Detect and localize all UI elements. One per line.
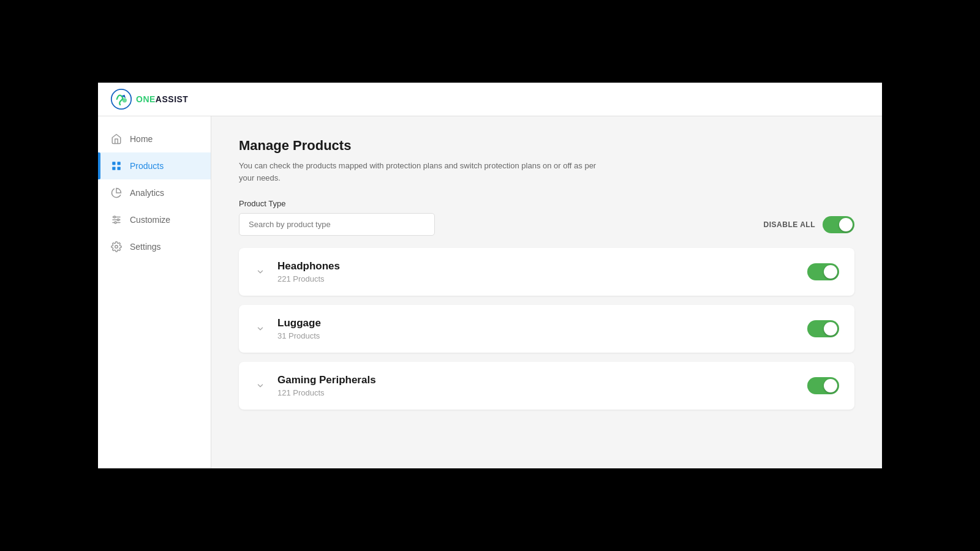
sidebar-item-label-customize: Customize: [130, 215, 170, 225]
product-toggle[interactable]: [807, 320, 839, 337]
sliders-icon: [110, 214, 123, 226]
sidebar-item-label-products: Products: [130, 161, 164, 171]
product-info: Headphones 221 Products: [277, 260, 340, 283]
sidebar-item-label-home: Home: [130, 134, 153, 144]
product-name: Luggage: [277, 317, 321, 329]
sidebar-item-analytics[interactable]: Analytics: [98, 179, 211, 206]
svg-point-1: [123, 98, 127, 102]
svg-point-9: [114, 216, 116, 218]
top-bar: ONEASSIST: [98, 83, 882, 116]
product-card-left: Gaming Peripherals 121 Products: [254, 374, 376, 397]
product-info: Luggage 31 Products: [277, 317, 321, 340]
chevron-down-icon[interactable]: [254, 268, 266, 276]
product-card: Luggage 31 Products: [239, 305, 854, 353]
product-count: 221 Products: [277, 274, 340, 283]
sidebar-item-customize[interactable]: Customize: [98, 206, 211, 233]
svg-point-12: [115, 246, 118, 249]
svg-rect-5: [118, 167, 121, 170]
main-content: Manage Products You can check the produc…: [211, 116, 882, 468]
sidebar-item-home[interactable]: Home: [98, 126, 211, 152]
disable-all-toggle[interactable]: [823, 216, 854, 233]
product-name: Gaming Peripherals: [277, 374, 376, 386]
product-toggle[interactable]: [807, 263, 839, 280]
filter-label: Product Type: [239, 199, 435, 208]
product-list: Headphones 221 Products Luggage 31 Produ…: [239, 248, 854, 410]
svg-point-10: [118, 219, 119, 221]
logo: ONEASSIST: [110, 88, 188, 110]
page-title: Manage Products: [239, 138, 854, 154]
svg-rect-3: [118, 162, 121, 165]
product-count: 31 Products: [277, 331, 321, 340]
pie-icon: [110, 187, 123, 199]
sidebar: Home Products: [98, 116, 211, 468]
page-description: You can check the products mapped with p…: [239, 160, 606, 184]
sidebar-item-label-analytics: Analytics: [130, 188, 164, 198]
product-card-left: Headphones 221 Products: [254, 260, 340, 283]
sidebar-item-settings[interactable]: Settings: [98, 233, 211, 260]
product-card: Headphones 221 Products: [239, 248, 854, 296]
product-card: Gaming Peripherals 121 Products: [239, 362, 854, 410]
grid-icon: [110, 160, 123, 172]
product-count: 121 Products: [277, 388, 376, 397]
filter-row: Product Type DISABLE ALL: [239, 199, 854, 236]
filter-col: Product Type: [239, 199, 435, 236]
home-icon: [110, 133, 123, 145]
disable-all-row: DISABLE ALL: [764, 201, 854, 233]
svg-point-11: [115, 222, 116, 223]
product-toggle[interactable]: [807, 377, 839, 394]
chevron-down-icon[interactable]: [254, 381, 266, 390]
product-info: Gaming Peripherals 121 Products: [277, 374, 376, 397]
product-name: Headphones: [277, 260, 340, 272]
chevron-down-icon[interactable]: [254, 324, 266, 333]
svg-point-0: [111, 89, 131, 109]
svg-rect-2: [112, 162, 115, 165]
logo-icon: [110, 88, 132, 110]
disable-all-label: DISABLE ALL: [764, 220, 815, 229]
search-input[interactable]: [239, 213, 435, 236]
gear-icon: [110, 241, 123, 253]
svg-rect-4: [112, 167, 115, 170]
sidebar-item-products[interactable]: Products: [98, 152, 211, 179]
sidebar-item-label-settings: Settings: [130, 242, 161, 252]
logo-text: ONEASSIST: [136, 94, 188, 104]
product-card-left: Luggage 31 Products: [254, 317, 321, 340]
